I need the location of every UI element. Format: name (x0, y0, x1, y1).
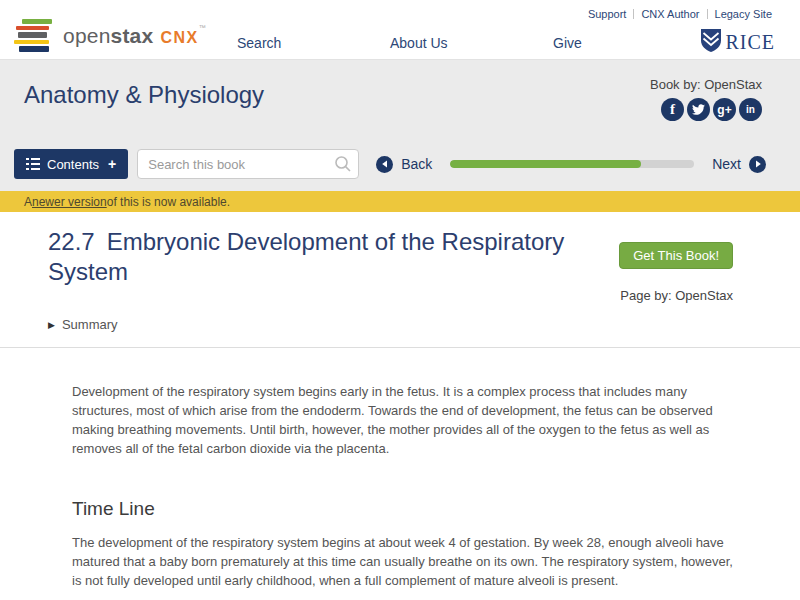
page-content: 22.7Embryonic Development of the Respira… (0, 212, 800, 600)
openstax-wordmark: openstaxCNX™ (63, 24, 206, 48)
cnx-author-link[interactable]: CNX Author (641, 8, 699, 20)
book-toolbar: Contents + Back Next (0, 143, 800, 191)
page-title: 22.7Embryonic Development of the Respira… (48, 227, 578, 287)
book-band: Anatomy & Physiology Book by: OpenStax f… (0, 60, 800, 191)
contents-label: Contents (47, 157, 99, 172)
rice-logo-text: RICE (725, 31, 775, 54)
section-number: 22.7 (48, 228, 95, 255)
get-this-book-button[interactable]: Get This Book! (619, 242, 733, 269)
facebook-icon[interactable]: f (661, 98, 684, 121)
notice-suffix: of this is now available. (107, 195, 230, 209)
rice-shield-icon (700, 28, 722, 57)
next-label[interactable]: Next (712, 156, 741, 172)
twitter-icon[interactable] (687, 98, 710, 121)
notice-prefix: A (24, 195, 32, 209)
paragraph-timeline: The development of the respiratory syste… (72, 533, 737, 590)
wordmark-cnx: CNX (160, 29, 198, 46)
collapsed-arrow-icon: ▶ (48, 320, 55, 330)
list-icon (26, 158, 40, 170)
back-nav: Back (376, 156, 440, 173)
article-body: Development of the respiratory system be… (72, 382, 737, 600)
nav-link-about-us[interactable]: About Us (390, 35, 448, 51)
legacy-site-link[interactable]: Legacy Site (715, 8, 772, 20)
wordmark-trademark: ™ (199, 24, 206, 31)
summary-toggle[interactable]: ▶ Summary (48, 317, 800, 332)
heading-time-line: Time Line (72, 498, 737, 520)
book-title: Anatomy & Physiology (24, 73, 264, 109)
content-divider (0, 347, 800, 348)
page-by-label: Page by: OpenStax (619, 288, 733, 303)
wordmark-open: open (63, 24, 111, 47)
divider (633, 9, 634, 19)
linkedin-icon[interactable]: in (739, 98, 762, 121)
rice-logo[interactable]: RICE (700, 28, 775, 57)
book-by-label: Book by: OpenStax (650, 77, 762, 92)
newer-version-link[interactable]: newer version (32, 195, 107, 209)
newer-version-banner: A newer version of this is now available… (0, 191, 800, 212)
progress-fill (450, 160, 640, 168)
back-icon[interactable] (376, 156, 393, 173)
summary-label: Summary (62, 317, 118, 332)
wordmark-stax: stax (111, 24, 154, 47)
openstax-cnx-logo[interactable]: openstaxCNX™ (14, 19, 206, 52)
back-label[interactable]: Back (401, 156, 432, 172)
plus-icon: + (108, 156, 116, 172)
social-icons: f g+ in (650, 98, 762, 121)
nav-link-give[interactable]: Give (553, 35, 582, 51)
utility-links: Support CNX Author Legacy Site (588, 8, 772, 20)
paragraph-intro: Development of the respiratory system be… (72, 382, 737, 458)
openstax-books-icon (14, 19, 52, 52)
section-title-text: Embryonic Development of the Respiratory… (48, 228, 564, 285)
progress-bar (450, 160, 694, 168)
support-link[interactable]: Support (588, 8, 627, 20)
book-search-input[interactable] (137, 149, 359, 179)
next-nav: Next (704, 156, 766, 173)
search-icon (334, 155, 352, 173)
top-header: openstaxCNX™ Search About Us Give Suppor… (0, 0, 800, 60)
divider (707, 9, 708, 19)
google-plus-icon[interactable]: g+ (713, 98, 736, 121)
nav-link-search[interactable]: Search (237, 35, 281, 51)
next-icon[interactable] (749, 156, 766, 173)
contents-button[interactable]: Contents + (14, 149, 128, 179)
book-search (137, 149, 359, 179)
